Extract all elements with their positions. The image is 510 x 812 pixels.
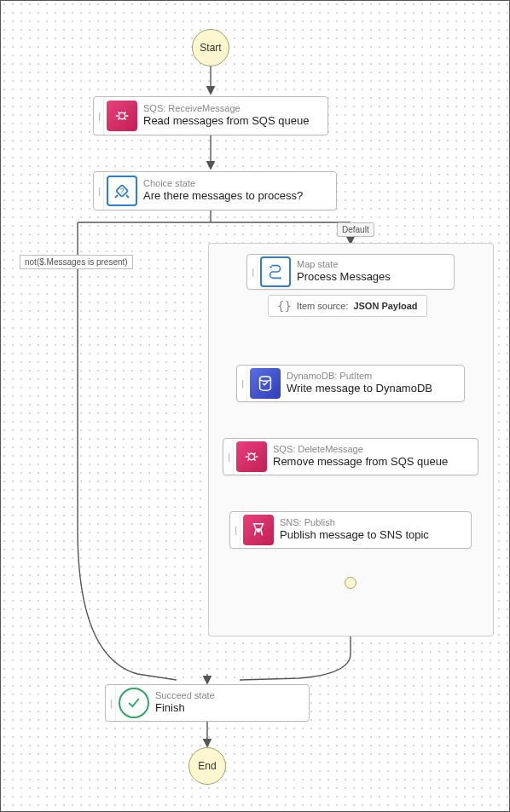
map-icon: [258, 255, 293, 289]
drag-handle-icon[interactable]: ||: [237, 366, 247, 401]
node-subtitle: Succeed state: [155, 690, 302, 701]
braces-icon: {}: [277, 299, 292, 313]
drag-handle-icon[interactable]: ||: [106, 685, 116, 721]
item-source-pill[interactable]: {} Item source: JSON Payload: [268, 295, 427, 317]
node-putitem[interactable]: || DynamoDB: PutItem Write message to Dy…: [236, 365, 465, 402]
node-title: Remove message from SQS queue: [273, 455, 471, 469]
choice-icon: ?: [104, 172, 140, 210]
node-choice[interactable]: || ? Choice state Are there messages to …: [93, 171, 337, 210]
sqs-icon: [234, 439, 269, 475]
node-title: Publish message to SNS topic: [280, 528, 464, 543]
node-subtitle: DynamoDB: PutItem: [287, 371, 457, 382]
drag-handle-icon[interactable]: ||: [230, 512, 241, 548]
svg-point-13: [119, 112, 125, 118]
drag-handle-icon[interactable]: ||: [223, 439, 234, 475]
node-subtitle: Choice state: [143, 178, 329, 189]
svg-text:?: ?: [119, 187, 124, 195]
end-label: End: [198, 760, 216, 772]
end-terminal[interactable]: End: [188, 747, 226, 785]
succeed-icon: [116, 685, 152, 721]
node-title: Process Messages: [297, 270, 447, 285]
node-subtitle: SQS: ReceiveMessage: [143, 103, 321, 114]
node-title: Are there messages to process?: [143, 189, 329, 204]
sqs-icon: [104, 97, 140, 135]
node-map[interactable]: || Map state Process Messages: [246, 254, 455, 290]
node-subtitle: SNS: Publish: [280, 517, 464, 528]
node-receive-message[interactable]: || SQS: ReceiveMessage Read messages fro…: [93, 96, 328, 135]
drag-handle-icon[interactable]: ||: [247, 255, 258, 289]
dynamodb-icon: [247, 366, 283, 401]
map-end-dot: [345, 577, 356, 589]
branch-condition-label: not($.Messages is present): [20, 255, 133, 269]
item-source-value: JSON Payload: [353, 301, 417, 311]
start-label: Start: [200, 42, 221, 54]
item-source-label: Item source:: [297, 301, 349, 311]
node-delete-message[interactable]: || SQS: DeleteMessage Remove message fro…: [223, 438, 478, 475]
svg-point-16: [260, 377, 271, 382]
node-subtitle: SQS: DeleteMessage: [273, 444, 471, 455]
node-title: Write message to DynamoDB: [287, 382, 457, 396]
svg-point-17: [248, 453, 254, 459]
node-title: Finish: [155, 701, 302, 716]
sns-icon: [241, 512, 276, 548]
drag-handle-icon[interactable]: ||: [94, 97, 104, 135]
node-title: Read messages from SQS queue: [143, 114, 321, 129]
svg-point-18: [258, 530, 260, 533]
start-terminal[interactable]: Start: [192, 29, 229, 66]
node-succeed[interactable]: || Succeed state Finish: [105, 684, 310, 722]
node-subtitle: Map state: [297, 259, 447, 270]
branch-default-label: Default: [337, 222, 374, 237]
drag-handle-icon[interactable]: ||: [94, 172, 104, 210]
node-publish[interactable]: || SNS: Publish Publish message to SNS t…: [229, 511, 472, 549]
